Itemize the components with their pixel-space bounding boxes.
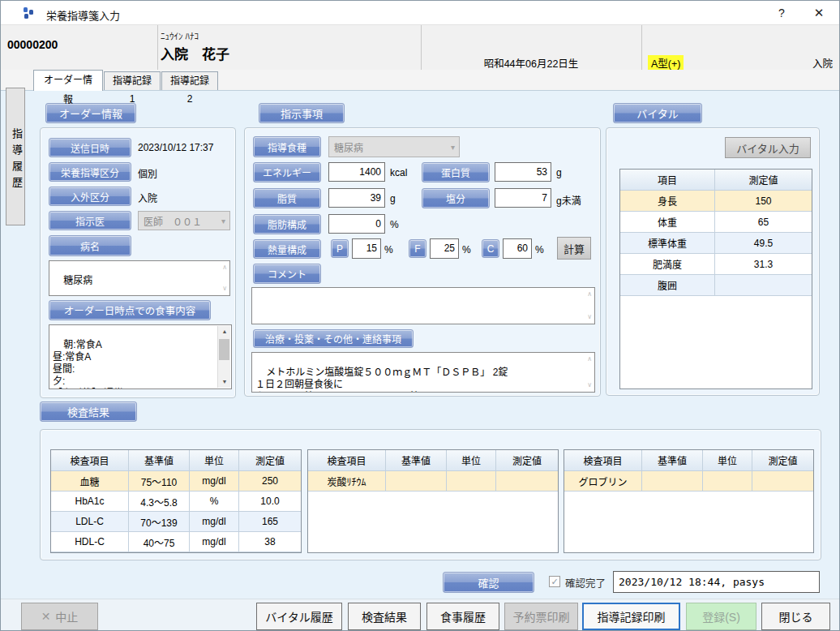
fat-button[interactable]: 脂質 [253,188,321,208]
protein-input[interactable]: 53 [495,162,551,182]
patient-header: 00000200 ﾆｭｳｲﾝ ﾊﾅｺ 入院 花子 昭和44年06月22日生 54… [1,25,840,70]
sent-datetime-button[interactable]: 送信日時 [49,138,131,157]
lab-unit: mg/dl [190,532,239,552]
table-row[interactable]: 炭酸ﾘﾁｳﾑ [308,471,558,491]
vital-history-button[interactable]: バイタル履歴 [256,603,342,630]
vital-section-button[interactable]: バイタル [613,103,702,123]
vital-panel: バイタル入力 項目 測定値 身長 150 体重 65 標準体重 49.5 肥満度… [606,127,820,396]
guidance-food-type-button[interactable]: 指導食種 [253,136,321,157]
energy-input[interactable]: 1400 [328,162,385,182]
ordering-doctor-button[interactable]: 指示医 [49,211,131,230]
arrow-up-icon[interactable]: ▲ [218,326,231,337]
confirm-complete-checkbox[interactable]: ✓ [549,576,560,587]
tab-order-info[interactable]: オーダー情報 [33,70,103,91]
vital-input-button[interactable]: バイタル入力 [725,137,811,158]
table-row[interactable]: LDL-C 70～139 mg/dl 165 [51,512,301,532]
divider [1,90,840,91]
check-icon: ✓ [551,577,558,586]
scroll-down-icon[interactable]: ∨ [587,382,592,388]
lab-results-button[interactable]: 検査結果 [348,603,421,630]
table-row[interactable]: HDL-C 40～75 mg/dl 38 [51,532,301,552]
treatment-notes-button[interactable]: 治療・投薬・その他・連絡事項 [253,329,414,348]
lab-table-header: 検査項目 基準値 単位 測定値 [51,450,301,471]
tab-guidance-record-1[interactable]: 指導記録1 [104,71,161,90]
meal-content-textarea[interactable]: 朝:常食A 昼:常食A 昼間: 夕: 【主形状】:通常 【副形状】:通常 ▲ ▼ [49,324,232,389]
guidance-category-button[interactable]: 栄養指導区分 [49,162,131,182]
f-ratio-input[interactable]: 25 [430,238,459,259]
c-ratio-button[interactable]: C [482,239,499,258]
fat-composition-button[interactable]: 脂肪構成 [253,214,321,234]
guidance-history-tab[interactable]: 指導履歴 [6,88,25,225]
chevron-down-icon: ▾ [451,143,455,152]
comment-button[interactable]: コメント [253,264,321,284]
scroll-down-icon[interactable]: ∨ [222,285,227,292]
patient-birthdate: 昭和44年06月22日生 [421,55,641,71]
lab-item: 血糖 [51,471,129,491]
disease-name-textarea[interactable]: 糖尿病 ∧ ∨ [49,260,230,296]
comment-textarea[interactable]: ∧ ∨ [251,287,595,324]
reservation-print-button[interactable]: 予約票印刷 [504,603,578,630]
table-row[interactable]: HbA1c 4.3～5.8 % 10.0 [51,491,301,512]
lab-results-section-button[interactable]: 検査結果 [40,401,137,422]
table-row[interactable]: 体重 65 [620,212,812,233]
p-ratio-unit: % [384,244,393,255]
meal-history-button[interactable]: 食事履歴 [426,603,499,630]
energy-unit: kcal [390,167,407,178]
instruction-panel: 指導食種 糖尿病 ▾ エネルギー 1400 kcal 蛋白質 53 g 脂質 3… [244,127,601,397]
meal-scrollbar[interactable]: ▲ ▼ [217,326,230,388]
help-button[interactable]: ? [769,4,794,22]
lab-col-ref: 基準値 [386,450,447,471]
lab-ref: 40～75 [129,532,190,552]
meal-content-button[interactable]: オーダー日時点での食事内容 [49,300,211,320]
abort-button[interactable]: ✕ 中止 [21,603,98,630]
close-icon[interactable]: ✕ [807,4,831,22]
energy-button[interactable]: エネルギー [253,162,321,182]
f-ratio-button[interactable]: F [409,239,426,258]
table-row[interactable]: 腹囲 [620,275,812,296]
scrollbar-thumb[interactable] [219,339,229,360]
ordering-doctor-select[interactable]: 医師 ００１ ▾ [138,211,230,230]
confirm-button[interactable]: 確認 [443,572,534,593]
close-button[interactable]: 閉じる [761,603,830,630]
c-ratio-input[interactable]: 60 [503,238,532,259]
salt-button[interactable]: 塩分 [422,188,490,208]
fat-input[interactable]: 39 [328,188,385,208]
inout-category-button[interactable]: 入外区分 [49,187,131,206]
guidance-food-type-select[interactable]: 糖尿病 ▾ [328,136,460,157]
table-row[interactable]: 身長 150 [620,191,812,212]
lab-table-3: 検査項目 基準値 単位 測定値 グロブリン [564,449,814,553]
arrow-down-icon[interactable]: ▼ [218,376,231,388]
scroll-up-icon[interactable]: ∧ [587,291,592,298]
protein-button[interactable]: 蛋白質 [422,162,490,182]
inout-category-value: 入院 [138,191,157,204]
table-row[interactable]: 標準体重 49.5 [620,233,812,254]
tab-guidance-record-2[interactable]: 指導記録2 [161,71,218,90]
p-ratio-input[interactable]: 15 [352,238,381,259]
table-row[interactable]: 血糖 75～110 mg/dl 250 [51,471,301,491]
lab-item: LDL-C [51,512,129,532]
disease-name-button[interactable]: 病名 [49,235,131,256]
scroll-up-icon[interactable]: ∧ [222,264,227,271]
register-button[interactable]: 登録(S) [686,603,756,630]
lab-ref: 75～110 [129,471,190,491]
guidance-record-print-button[interactable]: 指導記録印刷 [582,603,680,630]
abort-x-icon: ✕ [41,610,51,623]
scroll-up-icon[interactable]: ∧ [587,356,592,363]
calculate-button[interactable]: 計算 [557,237,591,260]
sent-datetime-value: 2023/10/12 17:37 [138,142,213,153]
vital-value: 31.3 [715,254,812,275]
scroll-down-icon[interactable]: ∨ [587,314,592,320]
instruction-section-button[interactable]: 指示事項 [259,103,345,123]
fat-composition-input[interactable]: 0 [328,214,385,234]
table-row[interactable]: 肥満度 31.3 [620,254,812,275]
calorie-composition-button[interactable]: 熱量構成 [253,239,321,259]
order-info-section-button[interactable]: オーダー情報 [45,103,136,123]
vital-table-header: 項目 測定値 [620,170,812,191]
table-row[interactable]: グロブリン [564,471,813,491]
salt-input[interactable]: 7 [495,188,551,208]
vital-item: 体重 [620,212,715,233]
f-ratio-unit: % [462,244,471,255]
confirm-datetime-field[interactable]: 2023/10/12 18:44, pasys [613,571,820,593]
p-ratio-button[interactable]: P [331,239,349,258]
treatment-notes-textarea[interactable]: メトホルミン塩酸塩錠５００ｍｇＭＴ「ＤＳＰＢ」 2錠 １日２回朝昼食後に カロナ… [251,352,595,393]
